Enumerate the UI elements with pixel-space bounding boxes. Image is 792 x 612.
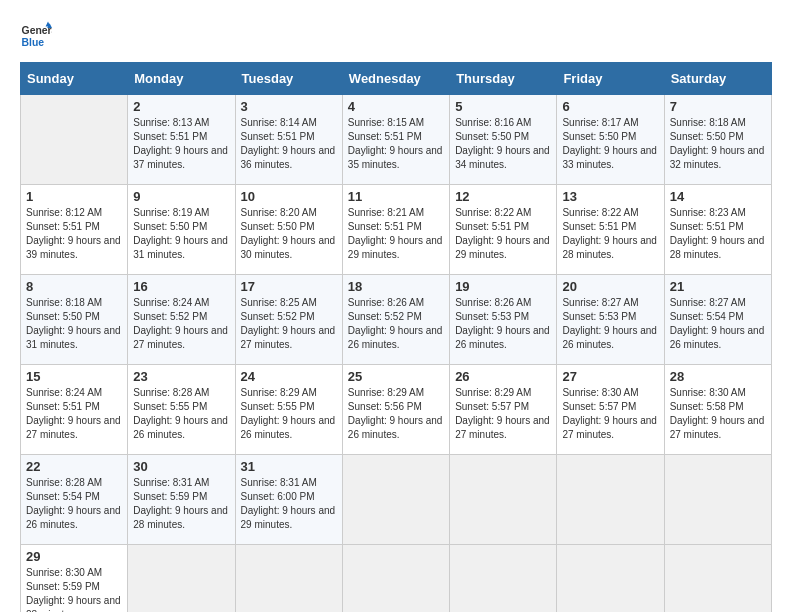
day-number: 27 <box>562 369 658 384</box>
calendar-week-row: 29Sunrise: 8:30 AM Sunset: 5:59 PM Dayli… <box>21 545 772 613</box>
calendar-cell: 30Sunrise: 8:31 AM Sunset: 5:59 PM Dayli… <box>128 455 235 545</box>
cell-content: Sunrise: 8:29 AM Sunset: 5:56 PM Dayligh… <box>348 386 444 442</box>
calendar-cell <box>450 455 557 545</box>
cell-content: Sunrise: 8:12 AM Sunset: 5:51 PM Dayligh… <box>26 206 122 262</box>
day-number: 11 <box>348 189 444 204</box>
calendar-cell <box>342 545 449 613</box>
calendar-cell: 2Sunrise: 8:13 AM Sunset: 5:51 PM Daylig… <box>128 95 235 185</box>
calendar-week-row: 8Sunrise: 8:18 AM Sunset: 5:50 PM Daylig… <box>21 275 772 365</box>
calendar-cell: 21Sunrise: 8:27 AM Sunset: 5:54 PM Dayli… <box>664 275 771 365</box>
calendar-week-row: 22Sunrise: 8:28 AM Sunset: 5:54 PM Dayli… <box>21 455 772 545</box>
cell-content: Sunrise: 8:24 AM Sunset: 5:52 PM Dayligh… <box>133 296 229 352</box>
calendar-week-row: 1Sunrise: 8:12 AM Sunset: 5:51 PM Daylig… <box>21 185 772 275</box>
calendar-cell: 15Sunrise: 8:24 AM Sunset: 5:51 PM Dayli… <box>21 365 128 455</box>
cell-content: Sunrise: 8:30 AM Sunset: 5:58 PM Dayligh… <box>670 386 766 442</box>
day-number: 19 <box>455 279 551 294</box>
cell-content: Sunrise: 8:18 AM Sunset: 5:50 PM Dayligh… <box>26 296 122 352</box>
cell-content: Sunrise: 8:20 AM Sunset: 5:50 PM Dayligh… <box>241 206 337 262</box>
calendar-week-row: 15Sunrise: 8:24 AM Sunset: 5:51 PM Dayli… <box>21 365 772 455</box>
day-number: 1 <box>26 189 122 204</box>
svg-text:Blue: Blue <box>22 37 45 48</box>
calendar-cell <box>664 545 771 613</box>
day-number: 30 <box>133 459 229 474</box>
calendar-cell: 9Sunrise: 8:19 AM Sunset: 5:50 PM Daylig… <box>128 185 235 275</box>
svg-text:General: General <box>22 25 52 36</box>
cell-content: Sunrise: 8:26 AM Sunset: 5:52 PM Dayligh… <box>348 296 444 352</box>
calendar-cell <box>235 545 342 613</box>
day-number: 26 <box>455 369 551 384</box>
cell-content: Sunrise: 8:27 AM Sunset: 5:53 PM Dayligh… <box>562 296 658 352</box>
day-headers-row: SundayMondayTuesdayWednesdayThursdayFrid… <box>21 63 772 95</box>
cell-content: Sunrise: 8:28 AM Sunset: 5:54 PM Dayligh… <box>26 476 122 532</box>
calendar-cell: 24Sunrise: 8:29 AM Sunset: 5:55 PM Dayli… <box>235 365 342 455</box>
calendar-cell: 7Sunrise: 8:18 AM Sunset: 5:50 PM Daylig… <box>664 95 771 185</box>
day-number: 31 <box>241 459 337 474</box>
day-number: 2 <box>133 99 229 114</box>
day-number: 25 <box>348 369 444 384</box>
calendar-cell: 4Sunrise: 8:15 AM Sunset: 5:51 PM Daylig… <box>342 95 449 185</box>
day-number: 24 <box>241 369 337 384</box>
day-number: 9 <box>133 189 229 204</box>
calendar-cell <box>557 455 664 545</box>
cell-content: Sunrise: 8:24 AM Sunset: 5:51 PM Dayligh… <box>26 386 122 442</box>
calendar-cell: 1Sunrise: 8:12 AM Sunset: 5:51 PM Daylig… <box>21 185 128 275</box>
calendar-cell: 13Sunrise: 8:22 AM Sunset: 5:51 PM Dayli… <box>557 185 664 275</box>
day-number: 7 <box>670 99 766 114</box>
cell-content: Sunrise: 8:25 AM Sunset: 5:52 PM Dayligh… <box>241 296 337 352</box>
day-number: 4 <box>348 99 444 114</box>
cell-content: Sunrise: 8:26 AM Sunset: 5:53 PM Dayligh… <box>455 296 551 352</box>
day-number: 29 <box>26 549 122 564</box>
calendar-cell: 18Sunrise: 8:26 AM Sunset: 5:52 PM Dayli… <box>342 275 449 365</box>
calendar-cell: 14Sunrise: 8:23 AM Sunset: 5:51 PM Dayli… <box>664 185 771 275</box>
calendar-cell: 20Sunrise: 8:27 AM Sunset: 5:53 PM Dayli… <box>557 275 664 365</box>
calendar-cell: 6Sunrise: 8:17 AM Sunset: 5:50 PM Daylig… <box>557 95 664 185</box>
cell-content: Sunrise: 8:30 AM Sunset: 5:59 PM Dayligh… <box>26 566 122 612</box>
day-number: 22 <box>26 459 122 474</box>
calendar-cell: 23Sunrise: 8:28 AM Sunset: 5:55 PM Dayli… <box>128 365 235 455</box>
calendar-cell: 10Sunrise: 8:20 AM Sunset: 5:50 PM Dayli… <box>235 185 342 275</box>
cell-content: Sunrise: 8:14 AM Sunset: 5:51 PM Dayligh… <box>241 116 337 172</box>
day-number: 17 <box>241 279 337 294</box>
logo: General Blue <box>20 20 52 52</box>
day-number: 15 <box>26 369 122 384</box>
cell-content: Sunrise: 8:18 AM Sunset: 5:50 PM Dayligh… <box>670 116 766 172</box>
day-number: 3 <box>241 99 337 114</box>
calendar-cell <box>664 455 771 545</box>
calendar-cell <box>557 545 664 613</box>
calendar-cell: 5Sunrise: 8:16 AM Sunset: 5:50 PM Daylig… <box>450 95 557 185</box>
calendar-table: SundayMondayTuesdayWednesdayThursdayFrid… <box>20 62 772 612</box>
calendar-cell <box>450 545 557 613</box>
calendar-cell: 27Sunrise: 8:30 AM Sunset: 5:57 PM Dayli… <box>557 365 664 455</box>
cell-content: Sunrise: 8:28 AM Sunset: 5:55 PM Dayligh… <box>133 386 229 442</box>
cell-content: Sunrise: 8:21 AM Sunset: 5:51 PM Dayligh… <box>348 206 444 262</box>
cell-content: Sunrise: 8:27 AM Sunset: 5:54 PM Dayligh… <box>670 296 766 352</box>
cell-content: Sunrise: 8:15 AM Sunset: 5:51 PM Dayligh… <box>348 116 444 172</box>
cell-content: Sunrise: 8:22 AM Sunset: 5:51 PM Dayligh… <box>455 206 551 262</box>
day-header-wednesday: Wednesday <box>342 63 449 95</box>
day-header-saturday: Saturday <box>664 63 771 95</box>
day-number: 21 <box>670 279 766 294</box>
day-number: 28 <box>670 369 766 384</box>
logo-icon: General Blue <box>20 20 52 52</box>
day-number: 23 <box>133 369 229 384</box>
day-number: 12 <box>455 189 551 204</box>
calendar-week-row: 2Sunrise: 8:13 AM Sunset: 5:51 PM Daylig… <box>21 95 772 185</box>
calendar-cell: 29Sunrise: 8:30 AM Sunset: 5:59 PM Dayli… <box>21 545 128 613</box>
day-number: 5 <box>455 99 551 114</box>
day-header-sunday: Sunday <box>21 63 128 95</box>
day-number: 13 <box>562 189 658 204</box>
cell-content: Sunrise: 8:31 AM Sunset: 5:59 PM Dayligh… <box>133 476 229 532</box>
cell-content: Sunrise: 8:31 AM Sunset: 6:00 PM Dayligh… <box>241 476 337 532</box>
cell-content: Sunrise: 8:30 AM Sunset: 5:57 PM Dayligh… <box>562 386 658 442</box>
calendar-cell: 25Sunrise: 8:29 AM Sunset: 5:56 PM Dayli… <box>342 365 449 455</box>
calendar-cell: 19Sunrise: 8:26 AM Sunset: 5:53 PM Dayli… <box>450 275 557 365</box>
calendar-cell <box>21 95 128 185</box>
calendar-cell: 17Sunrise: 8:25 AM Sunset: 5:52 PM Dayli… <box>235 275 342 365</box>
day-number: 14 <box>670 189 766 204</box>
calendar-cell: 12Sunrise: 8:22 AM Sunset: 5:51 PM Dayli… <box>450 185 557 275</box>
calendar-cell: 3Sunrise: 8:14 AM Sunset: 5:51 PM Daylig… <box>235 95 342 185</box>
day-header-tuesday: Tuesday <box>235 63 342 95</box>
day-number: 10 <box>241 189 337 204</box>
calendar-cell: 8Sunrise: 8:18 AM Sunset: 5:50 PM Daylig… <box>21 275 128 365</box>
calendar-cell: 16Sunrise: 8:24 AM Sunset: 5:52 PM Dayli… <box>128 275 235 365</box>
